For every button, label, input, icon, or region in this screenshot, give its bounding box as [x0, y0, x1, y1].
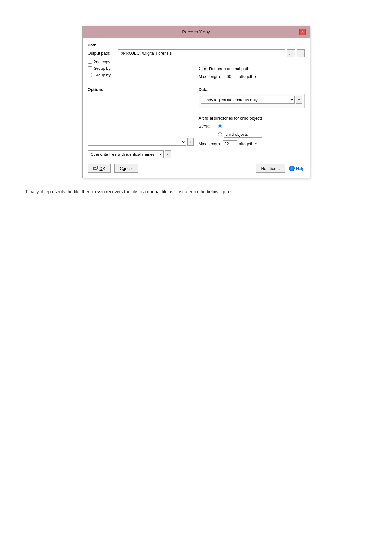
output-path-row: Output path: ... [88, 49, 305, 57]
options-col: Options ▾ [88, 87, 194, 147]
path-section-label: Path [88, 43, 305, 47]
suffix-textbox[interactable] [224, 123, 243, 129]
options-dropdown-arrow[interactable]: ▾ [187, 138, 194, 146]
max-length-2-row: Max. length: altogether [199, 140, 305, 147]
group-by-1-label: Group by [94, 66, 111, 71]
output-path-input[interactable] [118, 49, 285, 57]
options-label: Options [88, 87, 194, 92]
folder-button[interactable] [297, 49, 305, 57]
cancel-label: Cancel [120, 166, 132, 171]
overwrite-dropdown-arrow[interactable]: ▾ [165, 150, 171, 158]
superscript: 2 [199, 67, 201, 70]
recreate-checkbox-icon: ■ [202, 66, 207, 71]
options-data-section: Options ▾ Data [88, 87, 305, 147]
help-link[interactable]: Help [289, 166, 305, 171]
data-dropdown-arrow[interactable]: ▾ [296, 96, 302, 104]
group-by-2-checkbox[interactable] [88, 73, 92, 77]
suffix-row: Suffix: [199, 123, 305, 129]
group-by-2-label: Group by [94, 73, 111, 77]
dialog-title: Recover/Copy [93, 29, 299, 34]
overwrite-row: Overwrite files with identical names ▾ [88, 150, 305, 158]
browse-button[interactable]: ... [287, 49, 295, 57]
paragraph-text: Finally, it represents the file, then it… [26, 188, 366, 195]
left-buttons: 🗐 OK Cancel [88, 164, 138, 173]
data-dropdown-row: Copy logical file contents only ▾ [201, 96, 302, 104]
data-col: Data Copy logical file contents only ▾ [199, 87, 305, 147]
help-globe-icon [289, 166, 295, 171]
ok-button[interactable]: 🗐 OK [88, 164, 111, 173]
suffix-label: Suffix: [199, 124, 216, 129]
help-label: Help [296, 166, 305, 171]
dialog-titlebar: Recover/Copy × [83, 26, 310, 38]
recreate-label: Recreate original path [209, 66, 249, 71]
artificial-section: Artificial directories for child objects… [199, 116, 305, 138]
data-label: Data [199, 87, 305, 92]
options-select[interactable] [88, 138, 186, 146]
suffix-radio-1[interactable] [218, 124, 222, 128]
close-button[interactable]: × [299, 29, 306, 35]
group-by-1-row: Group by [88, 66, 194, 71]
data-dropdown-box: Copy logical file contents only ▾ [199, 94, 305, 108]
max-length-2-input[interactable] [223, 140, 237, 147]
child-objects-input[interactable] [224, 131, 262, 138]
recreate-col: 2 ■ Recreate original path Max. length: … [199, 66, 305, 80]
max-length-2-label: Max. length: [199, 142, 221, 146]
options-content [88, 94, 194, 119]
max-length-label: Max. length: [199, 74, 221, 79]
group-by-2-row: Group by [88, 73, 194, 77]
divider-1 [88, 84, 305, 84]
group-recreate-section: Group by Group by 2 ■ R [88, 66, 305, 80]
artificial-label: Artificial directories for child objects [199, 116, 305, 121]
ok-icon: 🗐 [93, 166, 98, 171]
second-copy-label: 2nd copy [94, 59, 111, 64]
overwrite-select[interactable]: Overwrite files with identical names [88, 150, 164, 158]
altogether-label: altogether [239, 74, 257, 79]
bottom-buttons-row: 🗐 OK Cancel Notation... [88, 161, 305, 173]
second-copy-checkbox[interactable] [88, 60, 92, 64]
max-length-input[interactable] [223, 73, 237, 80]
group-by-1-checkbox[interactable] [88, 66, 92, 70]
output-path-label: Output path: [88, 51, 116, 56]
child-objects-row [218, 131, 305, 138]
ok-label: OK [100, 166, 106, 171]
second-copy-row: 2nd copy [88, 59, 305, 64]
recreate-row: 2 ■ Recreate original path [199, 66, 305, 71]
options-dropdown-row: ▾ [88, 138, 194, 146]
dialog-body: Path Output path: ... 2nd copy [83, 38, 310, 178]
cancel-button[interactable]: Cancel [114, 164, 138, 173]
data-type-select[interactable]: Copy logical file contents only [201, 96, 295, 104]
notation-button[interactable]: Notation... [256, 164, 285, 173]
suffix-radio-2[interactable] [218, 132, 222, 136]
recover-copy-dialog: Recover/Copy × Path Output path: ... 2nd… [82, 26, 310, 178]
altogether-2-label: altogether [239, 142, 257, 146]
right-buttons: Notation... Help [256, 164, 304, 173]
group-by-col: Group by Group by [88, 66, 194, 80]
max-length-row: Max. length: altogether [199, 73, 305, 80]
